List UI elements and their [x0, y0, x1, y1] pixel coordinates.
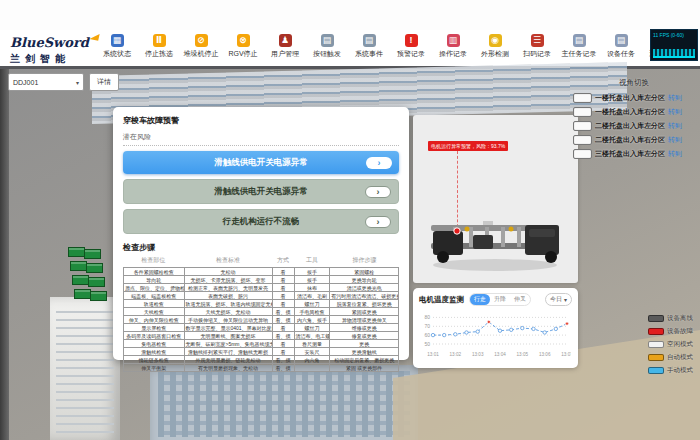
shuttle-model — [413, 169, 578, 279]
scene-3d[interactable]: DDJ001 ▾ 详情 视角切换 一楼托盘出入库左分区转到一楼托盘出入库右分区转… — [0, 69, 700, 440]
detail-button[interactable]: 详情 — [89, 73, 119, 91]
toolbar-item[interactable]: ▤按钮触发 — [306, 34, 348, 59]
svg-text:13:03: 13:03 — [472, 352, 484, 357]
table-cell: 无断裂、碳刷宽度>5mm、集电器线缆无损 — [184, 340, 272, 348]
steps-table-col-header: 操作步骤 — [330, 256, 399, 265]
scene-left-edge — [0, 69, 9, 440]
toolbar-item[interactable]: !预警记录 — [390, 34, 432, 59]
warning-banner[interactable]: 滑触线供电开关电源异常› — [123, 179, 399, 204]
toolbar-item[interactable]: ⊗RGV停止 — [222, 34, 264, 59]
legend-item: 设备离线 — [648, 315, 693, 322]
device-tasks-icon: ▤ — [615, 34, 628, 47]
legend-swatch — [648, 367, 664, 374]
fps-meter[interactable]: 11 FPS (0-60) — [650, 29, 698, 61]
toolbar-item[interactable]: ▤设备任务 — [600, 34, 642, 59]
table-cell: 看 — [272, 324, 294, 332]
legend-item: 手动模式 — [648, 367, 693, 374]
svg-text:13:07: 13:07 — [561, 352, 571, 357]
view-switcher-item[interactable]: 一楼托盘出入库右分区转到 — [573, 107, 695, 116]
goto-link[interactable]: 转到 — [668, 149, 682, 159]
goto-link[interactable]: 转到 — [668, 107, 682, 117]
fps-meter-graph — [653, 49, 695, 58]
range-select[interactable]: 今日 ▾ — [545, 293, 572, 306]
view-switcher-item[interactable]: 二楼托盘出入库右分区转到 — [573, 135, 695, 144]
legend-item: 设备故障 — [648, 328, 693, 335]
legend-label: 设备离线 — [667, 314, 693, 323]
pallet-block — [72, 275, 89, 285]
toolbar-item-label: 停止拣选 — [145, 49, 173, 59]
status-legend: 设备离线设备故障空闲模式自动模式手动模式 — [648, 315, 693, 380]
table-row: 端盖板、端盖板检查表面无破损、脏污看清洁布、毛刷有污时用清洁布清洁、破损更换 — [124, 292, 399, 300]
table-cell: 各件紧固螺栓检查 — [124, 268, 185, 276]
table-cell: 原点、限位、定位、货物检测光电 — [124, 284, 185, 292]
view-switcher: 视角切换 一楼托盘出入库左分区转到一楼托盘出入库右分区转到二楼托盘出入库左分区转… — [573, 78, 695, 163]
toolbar-item[interactable]: ◉外形检测 — [474, 34, 516, 59]
goto-link[interactable]: 转到 — [668, 121, 682, 131]
app-root: BlueSword 兰剑智能 ▦系统状态Ⅱ停止拣选⊘堆垛机停止⊗RGV停止♟用户… — [0, 0, 700, 440]
table-cell: 手动拨伸缩叉、伸叉限位运动无异响 — [184, 316, 272, 324]
table-cell: 显示屏检查 — [124, 324, 185, 332]
alarm-records-icon: ! — [405, 34, 418, 47]
shuttle-model-card[interactable]: 电机运行异常预警，风险：93.7% — [413, 115, 578, 283]
device-select[interactable]: DDJ001 ▾ — [8, 73, 84, 91]
warning-label: 滑触线供电开关电源异常 — [123, 157, 399, 169]
table-cell: 天线检查 — [124, 308, 185, 316]
toolbar-item[interactable]: Ⅱ停止拣选 — [138, 34, 180, 59]
table-cell: 清洁或更换光电 — [330, 284, 399, 292]
view-switcher-item[interactable]: 一楼托盘出入库左分区转到 — [573, 93, 695, 102]
toolbar-item-label: 系统状态 — [103, 49, 131, 59]
chevron-right-icon[interactable]: › — [365, 186, 391, 198]
toolbar-item[interactable]: ▦系统状态 — [96, 34, 138, 59]
table-row: 滑触线检查滑触线排列紧实平行、滑触线无断损看安装尺更换滑触线 — [124, 348, 399, 356]
chart-tab-伸叉[interactable]: 伸叉 — [510, 294, 530, 305]
goto-link[interactable]: 转到 — [668, 135, 682, 145]
steps-table-col-header: 工具 — [294, 256, 330, 265]
table-row: 惰轮链条检查外观无明显磨损、链轮无松动看、摸内六角松动固定后复紧、磨损更换 — [124, 356, 399, 364]
fps-meter-label: 11 FPS (0-60) — [651, 30, 697, 38]
legend-swatch — [648, 354, 664, 361]
table-cell: 安装尺 — [294, 348, 330, 356]
view-thumb-icon — [573, 149, 592, 159]
toolbar-item[interactable]: ▤系统事件 — [348, 34, 390, 59]
toolbar-item-label: 扫码记录 — [523, 49, 551, 59]
table-cell: 滑触线检查 — [124, 348, 185, 356]
table-cell: 检测正常、表面无脏污、无明显发亮 — [184, 284, 272, 292]
toolbar-item[interactable]: ☰扫码记录 — [516, 34, 558, 59]
legend-label: 设备故障 — [667, 327, 693, 336]
toolbar-item[interactable]: ▥操作记录 — [432, 34, 474, 59]
goto-link[interactable]: 转到 — [668, 93, 682, 103]
warning-banners: 滑触线供电开关电源异常›滑触线供电开关电源异常›行走机构运行不流畅› — [123, 151, 399, 234]
view-thumb-icon — [573, 135, 592, 145]
table-cell: 表面无破损、脏污 — [184, 292, 272, 300]
chevron-right-icon[interactable]: › — [366, 157, 392, 169]
svg-text:13:04: 13:04 — [494, 352, 506, 357]
steps-table-col-header: 检查部位 — [123, 256, 184, 265]
toolbar-item-label: 堆垛机停止 — [184, 49, 219, 59]
toolbar-item[interactable]: ⊘堆垛机停止 — [180, 34, 222, 59]
warning-banner[interactable]: 滑触线供电开关电源异常› — [123, 151, 399, 174]
table-cell: 集电器检查 — [124, 340, 185, 348]
temperature-chart: 8070605013:0113:0213:0313:0413:0513:0613… — [419, 306, 572, 364]
table-cell: 更换 — [330, 340, 399, 348]
table-cell: 有污时用清洁布清洁、破损更换 — [330, 292, 399, 300]
toolbar-item[interactable]: ♟用户管理 — [264, 34, 306, 59]
stacker-stop-icon: ⊘ — [195, 34, 208, 47]
table-cell: 螺丝刀 — [294, 300, 330, 308]
scan-records-icon: ☰ — [531, 34, 544, 47]
table-cell: 卷尺测量 — [294, 340, 330, 348]
range-select-value: 今日 — [550, 295, 562, 304]
table-cell: 看、摸 — [272, 308, 294, 316]
svg-text:50: 50 — [424, 341, 430, 347]
table-cell: 看、摸 — [272, 316, 294, 324]
warning-banner[interactable]: 行走机构运行不流畅› — [123, 209, 399, 234]
view-switcher-item[interactable]: 二楼托盘出入库左分区转到 — [573, 121, 695, 130]
chevron-right-icon[interactable]: › — [365, 216, 391, 228]
chart-tab-升降[interactable]: 升降 — [490, 294, 510, 305]
view-switcher-title: 视角切换 — [573, 78, 695, 88]
main-task-records-icon: ▤ — [573, 34, 586, 47]
toolbar-item[interactable]: ▤主任务记录 — [558, 34, 600, 59]
risk-tooltip: 电机运行异常预警，风险：93.7% — [428, 141, 508, 151]
view-switcher-item[interactable]: 三楼托盘出入库左分区转到 — [573, 149, 695, 158]
chart-tab-行走[interactable]: 行走 — [470, 294, 490, 305]
steps-table-col-header: 检查标准 — [184, 256, 272, 265]
